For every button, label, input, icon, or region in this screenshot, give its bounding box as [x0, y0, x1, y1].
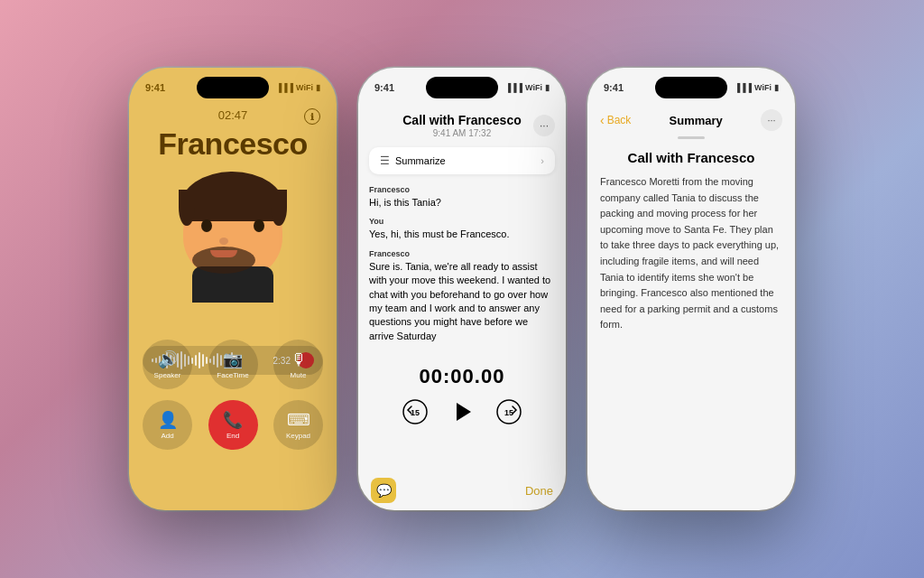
memoji-hair-left — [179, 190, 195, 226]
back-label: Back — [607, 114, 632, 126]
summarize-label: Summarize — [395, 155, 446, 166]
phone-transcript: 9:41 ▐▐▐ WiFi ▮ Call with Francesco 9:41… — [358, 68, 566, 510]
phone-summary: 9:41 ▐▐▐ WiFi ▮ ‹ Back Summary ··· Call … — [587, 68, 795, 510]
status-time-2: 9:41 — [374, 82, 394, 93]
dynamic-island-3 — [655, 77, 727, 98]
memoji-eye-left — [201, 219, 212, 232]
controls-row-2: 👤 Add 📞 End ⌨ Keypad — [143, 400, 323, 450]
transcript-menu-icon[interactable]: ··· — [533, 115, 555, 136]
end-label: End — [226, 432, 239, 440]
signal-icon: ▐▐▐ — [276, 83, 293, 92]
keypad-label: Keypad — [286, 432, 310, 440]
controls-row-1: 🔊 Speaker 📷 FaceTime 🎙 Mute — [143, 340, 323, 389]
memoji-hair-right — [271, 190, 287, 226]
back-button[interactable]: ‹ Back — [600, 113, 631, 127]
memoji-mouth — [210, 250, 237, 257]
mute-icon: 🎙 — [291, 350, 307, 369]
add-label: Add — [161, 432, 173, 440]
skip-forward-button[interactable]: 15 — [496, 399, 522, 424]
audio-player: 00:00.00 15 15 — [358, 356, 566, 434]
battery-icon-3: ▮ — [774, 83, 779, 92]
wifi-icon: WiFi — [296, 83, 313, 92]
wifi-icon-3: WiFi — [754, 83, 772, 92]
status-icons-3: ▐▐▐ WiFi ▮ — [735, 83, 779, 92]
svg-text:15: 15 — [504, 408, 513, 417]
svg-marker-2 — [457, 403, 471, 421]
battery-icon-2: ▮ — [545, 83, 550, 92]
dynamic-island-2 — [426, 77, 498, 98]
speaker-label: Speaker — [154, 371, 181, 379]
status-icons-1: ▐▐▐ WiFi ▮ — [276, 83, 320, 92]
mute-button[interactable]: 🎙 Mute — [273, 340, 323, 389]
msg-text-1: Yes, hi, this must be Francesco. — [369, 228, 555, 241]
summarize-left: ☰ Summarize — [380, 154, 446, 167]
facetime-label: FaceTime — [217, 371, 248, 379]
chat-icon[interactable]: 💬 — [371, 478, 396, 503]
play-button[interactable] — [446, 396, 478, 428]
signal-icon-3: ▐▐▐ — [735, 83, 752, 92]
keypad-button[interactable]: ⌨ Keypad — [273, 400, 323, 450]
summary-more-icon[interactable]: ··· — [761, 109, 782, 131]
wifi-icon-2: WiFi — [525, 83, 542, 92]
summary-title: Call with Francesco — [600, 150, 782, 165]
phone2-footer: 💬 Done — [358, 478, 566, 503]
summary-screen: ‹ Back Summary ··· Call with Francesco F… — [587, 104, 795, 510]
msg-sender-1: You — [369, 217, 555, 226]
summarize-bar[interactable]: ☰ Summarize › — [369, 147, 555, 174]
msg-sender-0: Francesco — [369, 185, 555, 194]
transcript-subtitle: 9:41 AM 17:32 — [372, 128, 552, 138]
memoji-eye-right — [254, 219, 264, 232]
phone-active-call: 9:41 ▐▐▐ WiFi ▮ 02:47 ℹ Francesco — [129, 68, 337, 510]
summary-nav-title: Summary — [670, 114, 723, 127]
end-icon: 📞 — [223, 410, 243, 430]
audio-time: 00:00.00 — [420, 365, 505, 388]
status-icons-2: ▐▐▐ WiFi ▮ — [505, 83, 550, 92]
add-button[interactable]: 👤 Add — [143, 400, 192, 450]
back-chevron-icon: ‹ — [600, 113, 605, 127]
memoji — [174, 167, 291, 303]
keypad-icon: ⌨ — [287, 410, 310, 430]
call-screen: 02:47 ℹ Francesco 2:32 — [129, 68, 337, 510]
call-controls: 🔊 Speaker 📷 FaceTime 🎙 Mute 👤 Add — [129, 340, 337, 461]
svg-text:15: 15 — [411, 408, 420, 417]
status-time-3: 9:41 — [604, 82, 624, 93]
transcript-messages: Francesco Hi, is this Tania? You Yes, hi… — [358, 180, 566, 356]
memoji-hair-top — [180, 172, 284, 221]
memoji-nose — [219, 238, 228, 245]
skip-back-button[interactable]: 15 — [402, 399, 428, 424]
speaker-icon: 🔊 — [158, 350, 178, 369]
mute-label: Mute — [291, 371, 307, 379]
divider — [678, 136, 705, 139]
msg-text-2: Sure is. Tania, we're all ready to assis… — [369, 260, 555, 343]
done-button[interactable]: Done — [525, 484, 553, 498]
memoji-container — [161, 154, 305, 316]
info-icon[interactable]: ℹ — [304, 108, 320, 125]
summary-body: Call with Francesco Francesco Moretti fr… — [587, 146, 795, 337]
msg-text-0: Hi, is this Tania? — [369, 196, 555, 210]
facetime-icon: 📷 — [223, 350, 243, 369]
battery-icon: ▮ — [316, 83, 320, 92]
dynamic-island — [197, 77, 269, 98]
transcript-screen: Call with Francesco 9:41 AM 17:32 ··· ☰ … — [358, 104, 566, 510]
summary-text: Francesco Moretti from the moving compan… — [600, 174, 782, 333]
call-timer: 02:47 — [218, 108, 248, 122]
facetime-button[interactable]: 📷 FaceTime — [208, 340, 258, 389]
transcript-title: Call with Francesco — [372, 113, 552, 127]
audio-controls: 15 15 — [402, 396, 522, 428]
transcript-header: Call with Francesco 9:41 AM 17:32 ··· — [358, 104, 566, 142]
msg-sender-2: Francesco — [369, 249, 555, 258]
summarize-chevron: › — [541, 155, 544, 166]
speaker-button[interactable]: 🔊 Speaker — [143, 340, 192, 389]
status-time-1: 9:41 — [145, 82, 165, 93]
summarize-icon: ☰ — [380, 154, 390, 167]
summary-nav: ‹ Back Summary ··· — [587, 104, 795, 136]
end-call-button[interactable]: 📞 End — [208, 400, 258, 450]
signal-icon-2: ▐▐▐ — [505, 83, 522, 92]
add-icon: 👤 — [158, 410, 178, 430]
